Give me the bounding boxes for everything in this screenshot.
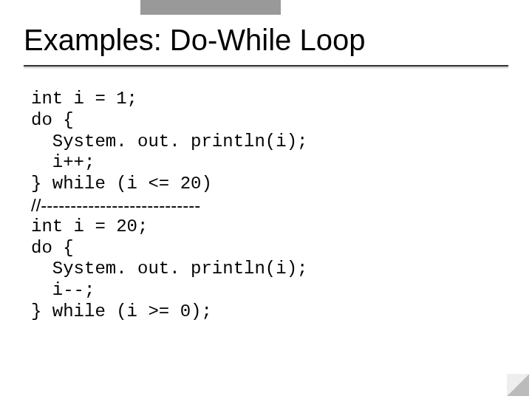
code-block-2: int i = 20; do { System. out. println(i)… [31,216,501,323]
title-underline [24,65,508,66]
section-divider: //--------------------------- [31,195,501,216]
top-accent-bar [140,0,281,15]
code-block-1: int i = 1; do { System. out. println(i);… [31,89,501,195]
slide-content: int i = 1; do { System. out. println(i);… [31,89,501,323]
page-curl-icon [507,374,529,396]
slide: Examples: Do-While Loop int i = 1; do { … [0,0,532,399]
slide-title: Examples: Do-While Loop [24,24,365,57]
